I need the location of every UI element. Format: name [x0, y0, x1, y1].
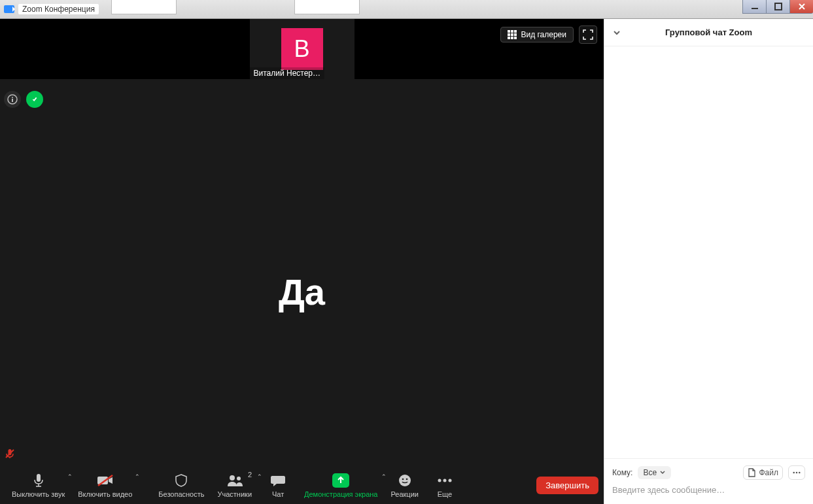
- gallery-view-button[interactable]: Вид галереи: [500, 27, 574, 42]
- chat-recipient-value: Все: [643, 468, 657, 477]
- svg-point-22: [237, 477, 241, 480]
- chat-file-label: Файл: [759, 468, 778, 477]
- shield-check-icon: [30, 95, 39, 104]
- chat-panel: Групповой чат Zoom Кому: Все Файл: [604, 19, 813, 504]
- chevron-down-icon: [659, 469, 666, 476]
- participant-avatar: В: [281, 28, 323, 70]
- svg-rect-0: [752, 8, 758, 9]
- svg-point-21: [230, 475, 235, 480]
- reactions-label: Реакции: [390, 490, 419, 498]
- participants-count: 2: [248, 471, 252, 479]
- smile-icon: [398, 473, 412, 488]
- participant-name: Виталий Нестер…: [250, 67, 325, 79]
- encryption-badge[interactable]: [26, 91, 43, 108]
- avatar-letter: В: [294, 35, 309, 63]
- svg-rect-2: [508, 30, 510, 33]
- participants-button[interactable]: ⌃ 2 Участники: [211, 469, 258, 501]
- maximize-button[interactable]: [766, 0, 789, 14]
- fullscreen-button[interactable]: [579, 25, 597, 44]
- more-icon: [793, 471, 801, 474]
- chat-file-button[interactable]: Файл: [743, 465, 783, 480]
- security-label: Безопасность: [158, 490, 204, 498]
- chat-input[interactable]: [612, 485, 805, 495]
- title-blank-a: [111, 0, 177, 14]
- chat-button[interactable]: Чат: [258, 469, 298, 501]
- camera-off-icon: [97, 474, 114, 487]
- chat-icon: [270, 474, 286, 487]
- security-button[interactable]: Безопасность: [152, 469, 211, 501]
- svg-point-12: [12, 97, 13, 98]
- svg-rect-13: [12, 99, 13, 102]
- meeting-info-button[interactable]: [4, 91, 21, 108]
- mic-muted-icon: [4, 448, 16, 460]
- svg-rect-16: [37, 474, 41, 482]
- svg-rect-8: [508, 37, 510, 39]
- more-button[interactable]: Еще: [425, 469, 464, 501]
- svg-point-27: [443, 479, 446, 482]
- svg-rect-3: [511, 30, 513, 33]
- chat-footer: Кому: Все Файл: [604, 458, 813, 504]
- svg-point-23: [399, 475, 411, 486]
- chat-header: Групповой чат Zoom: [604, 19, 813, 46]
- video-area: В Виталий Нестер… Вид галереи: [0, 19, 604, 504]
- svg-rect-1: [775, 3, 782, 10]
- chat-collapse-button[interactable]: [612, 28, 621, 37]
- video-options-caret[interactable]: ⌃: [135, 473, 140, 480]
- svg-rect-10: [514, 37, 517, 39]
- window-title: Zoom Конференция: [18, 4, 99, 14]
- participants-label: Участники: [217, 490, 252, 498]
- video-label: Включить видео: [78, 490, 132, 498]
- zoom-app-icon: [4, 5, 14, 13]
- svg-point-31: [799, 472, 801, 474]
- end-meeting-button[interactable]: Завершить: [536, 477, 598, 494]
- svg-rect-5: [508, 33, 510, 36]
- chat-more-button[interactable]: [788, 465, 805, 480]
- reactions-button[interactable]: Реакции: [384, 469, 425, 501]
- chat-recipient-select[interactable]: Все: [638, 466, 671, 479]
- chat-messages[interactable]: [604, 46, 813, 458]
- share-label: Демонстрация экрана: [304, 490, 377, 498]
- svg-point-28: [448, 479, 451, 482]
- grid-icon: [508, 30, 517, 39]
- fullscreen-icon: [583, 29, 593, 40]
- microphone-icon: [32, 473, 45, 488]
- more-label: Еще: [438, 490, 452, 498]
- chat-to-label: Кому:: [612, 468, 632, 477]
- chevron-down-icon: [612, 28, 621, 37]
- main-video-stage: Да: [0, 79, 604, 504]
- mute-button[interactable]: ⌃ Выключить звук: [5, 469, 71, 501]
- info-icon: [7, 94, 18, 105]
- svg-point-24: [402, 479, 404, 480]
- self-muted-indicator: [4, 448, 16, 460]
- mute-label: Выключить звук: [12, 490, 65, 498]
- meeting-toolbar: ⌃ Выключить звук ⌃: [0, 466, 604, 504]
- chat-label: Чат: [272, 490, 284, 498]
- svg-point-30: [796, 472, 798, 474]
- svg-point-26: [438, 479, 441, 482]
- svg-point-25: [406, 479, 407, 480]
- shield-icon: [174, 473, 188, 488]
- participant-thumbnail[interactable]: В Виталий Нестер…: [250, 19, 355, 79]
- file-icon: [748, 468, 756, 477]
- minimize-button[interactable]: [742, 0, 766, 14]
- share-screen-button[interactable]: ⌃ Демонстрация экрана: [298, 469, 384, 501]
- svg-rect-4: [514, 30, 517, 33]
- video-button[interactable]: ⌃ Включить видео: [71, 469, 139, 501]
- share-icon: [332, 473, 349, 488]
- chat-title: Групповой чат Zoom: [665, 27, 752, 37]
- more-icon: [437, 478, 453, 483]
- svg-rect-7: [514, 33, 517, 36]
- gallery-view-label: Вид галереи: [521, 30, 566, 39]
- svg-point-29: [793, 472, 795, 474]
- svg-rect-9: [511, 37, 513, 39]
- thumbnail-strip: В Виталий Нестер… Вид галереи: [0, 19, 604, 79]
- title-blank-b: [294, 0, 360, 14]
- participants-icon: [226, 474, 244, 487]
- svg-rect-6: [511, 33, 513, 36]
- main-speaker-label: Да: [279, 271, 325, 313]
- close-button[interactable]: [789, 0, 813, 14]
- titlebar: Zoom Конференция: [0, 0, 813, 19]
